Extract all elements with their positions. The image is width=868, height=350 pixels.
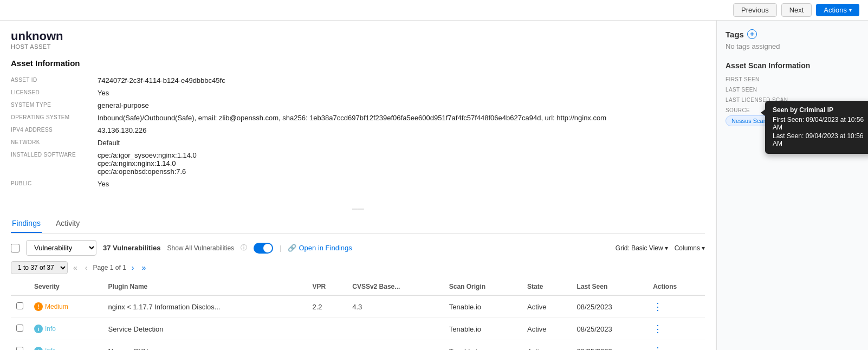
- asset-title: unknown: [11, 29, 705, 43]
- last-page-button[interactable]: »: [140, 262, 148, 273]
- vpr-cell: [307, 318, 347, 340]
- severity-icon: i: [34, 347, 43, 350]
- col-header-scan-origin: Scan Origin: [444, 278, 522, 295]
- actions-button[interactable]: Actions ▾: [816, 4, 859, 16]
- table-row: iInfoService DetectionTenable.ioActive08…: [11, 318, 705, 340]
- tags-header: Tags +: [726, 29, 859, 39]
- grid-view-button[interactable]: Grid: Basic View ▾: [616, 244, 668, 252]
- left-panel: unknown HOST ASSET Asset Information ASS…: [0, 21, 716, 350]
- row-actions-menu-icon[interactable]: ⋮: [653, 301, 663, 312]
- severity-cell: iInfo: [29, 340, 103, 351]
- grid-view-label: Grid: Basic View: [616, 244, 663, 252]
- row-actions-cell[interactable]: ⋮: [647, 295, 705, 318]
- checkbox-header: [11, 278, 29, 295]
- show-all-toggle[interactable]: [254, 243, 273, 254]
- pagination-range: 1 to 37 of 37: [11, 261, 68, 274]
- asset-information-section: Asset Information ASSET ID7424072f-2c3f-…: [11, 59, 705, 190]
- asset-info-field-label: IPV4 ADDRESS: [11, 124, 98, 137]
- table-row: !Mediumnginx < 1.17.7 Information Disclo…: [11, 295, 705, 318]
- last-seen-cell: 08/25/2023: [572, 318, 648, 340]
- state-cell: Active: [522, 318, 572, 340]
- severity-icon: i: [34, 325, 43, 333]
- asset-info-field-value: cpe:/a:igor_sysoev:nginx:1.14.0 cpe:/a:n…: [98, 149, 705, 178]
- row-actions-cell[interactable]: ⋮: [647, 340, 705, 351]
- scan-origin-cell: Tenable.io: [444, 318, 522, 340]
- scan-origin-cell: Tenable.io: [444, 340, 522, 351]
- severity-badge: !Medium: [34, 302, 68, 311]
- vpr-cell: 2.2: [307, 295, 347, 318]
- col-header-plugin-name: Plugin Name: [103, 278, 307, 295]
- tab-activity[interactable]: Activity: [55, 215, 81, 233]
- top-bar: Previous Next Actions ▾: [0, 0, 868, 21]
- row-checkbox[interactable]: [16, 347, 23, 350]
- asset-info-heading: Asset Information: [11, 59, 705, 68]
- first-page-button[interactable]: «: [71, 262, 80, 273]
- asset-info-field-label: SYSTEM TYPE: [11, 99, 98, 112]
- findings-table-body: !Mediumnginx < 1.17.7 Information Disclo…: [11, 295, 705, 350]
- add-tag-icon[interactable]: +: [747, 29, 757, 39]
- plugin-name-cell: Nessus SYN scanner: [103, 340, 307, 351]
- asset-info-field-value: Yes: [98, 178, 705, 190]
- row-actions-menu-icon[interactable]: ⋮: [653, 346, 663, 350]
- tooltip-title: Seen by Criminal IP: [773, 106, 866, 114]
- asset-info-field-value: general-purpose: [98, 99, 705, 112]
- next-page-button[interactable]: ›: [129, 262, 137, 273]
- scan-info-heading: Asset Scan Information: [726, 61, 859, 70]
- prev-page-button[interactable]: ‹: [83, 262, 90, 273]
- page-range-select[interactable]: 1 to 37 of 37: [11, 261, 68, 274]
- col-header-vpr: VPR: [307, 278, 347, 295]
- next-button[interactable]: Next: [781, 3, 812, 17]
- asset-info-row: IPV4 ADDRESS43.136.130.226: [11, 124, 705, 137]
- asset-subtitle: HOST ASSET: [11, 43, 705, 50]
- asset-info-field-value: 7424072f-2c3f-4114-b124-e49dbbbc45fc: [98, 74, 705, 87]
- actions-label: Actions: [824, 6, 847, 14]
- last-seen-row: LAST SEEN: [726, 87, 859, 93]
- show-all-label: Show All Vulnerabilities: [167, 244, 234, 252]
- grid-chevron-icon: ▾: [665, 244, 668, 252]
- row-checkbox[interactable]: [16, 302, 23, 309]
- no-tags-label: No tags assigned: [726, 42, 859, 50]
- vulnerability-type-select[interactable]: Vulnerability: [26, 240, 96, 256]
- asset-info-field-label: NETWORK: [11, 137, 98, 149]
- findings-tabs: FindingsActivity: [11, 215, 705, 234]
- asset-info-row: SYSTEM TYPEgeneral-purpose: [11, 99, 705, 112]
- page-of-label: Page 1 of 1: [93, 264, 126, 271]
- asset-info-row: LICENSEDYes: [11, 87, 705, 99]
- severity-badge: iInfo: [34, 325, 56, 333]
- info-icon: ⓘ: [241, 243, 247, 252]
- toggle-knob: [263, 244, 272, 252]
- cvss-cell: [347, 340, 444, 351]
- tags-section: Tags + No tags assigned: [726, 29, 859, 50]
- asset-info-field-value: Default: [98, 137, 705, 149]
- open-findings-label: Open in Findings: [299, 244, 352, 252]
- asset-info-field-label: OPERATING SYSTEM: [11, 112, 98, 124]
- columns-button[interactable]: Columns ▾: [675, 244, 705, 252]
- asset-info-row: PUBLICYes: [11, 178, 705, 190]
- row-actions-cell[interactable]: ⋮: [647, 318, 705, 340]
- previous-button[interactable]: Previous: [733, 3, 777, 17]
- asset-info-table: ASSET ID7424072f-2c3f-4114-b124-e49dbbbc…: [11, 74, 705, 190]
- vulnerability-count: 37 Vulnerabilities: [103, 244, 160, 252]
- table-row: iInfoNessus SYN scannerTenable.ioActive0…: [11, 340, 705, 351]
- toolbar-right: Grid: Basic View ▾ Columns ▾: [616, 244, 705, 252]
- state-cell: Active: [522, 340, 572, 351]
- asset-info-row: OPERATING SYSTEMInbound(Safe)/Outbound(S…: [11, 112, 705, 124]
- severity-cell: !Medium: [29, 295, 103, 318]
- col-header-last-seen: Last Seen: [572, 278, 648, 295]
- asset-info-row: ASSET ID7424072f-2c3f-4114-b124-e49dbbbc…: [11, 74, 705, 87]
- open-in-findings-link[interactable]: 🔗 Open in Findings: [288, 244, 352, 252]
- asset-info-field-label: INSTALLED SOFTWARE: [11, 149, 98, 178]
- last-seen-cell: 08/25/2023: [572, 295, 648, 318]
- row-actions-menu-icon[interactable]: ⋮: [653, 323, 663, 334]
- cvss-cell: 4.3: [347, 295, 444, 318]
- asset-info-row: NETWORKDefault: [11, 137, 705, 149]
- severity-cell: iInfo: [29, 318, 103, 340]
- select-all-checkbox[interactable]: [11, 244, 20, 252]
- row-checkbox[interactable]: [16, 325, 23, 332]
- col-header-cvssv2-base---: CVSSv2 Base...: [347, 278, 444, 295]
- first-seen-row: FIRST SEEN: [726, 76, 859, 82]
- resize-divider[interactable]: ⎯⎯: [11, 199, 705, 210]
- tags-heading: Tags: [726, 30, 744, 39]
- tab-findings[interactable]: Findings: [11, 215, 42, 233]
- findings-table-head: SeverityPlugin NameVPRCVSSv2 Base...Scan…: [11, 278, 705, 295]
